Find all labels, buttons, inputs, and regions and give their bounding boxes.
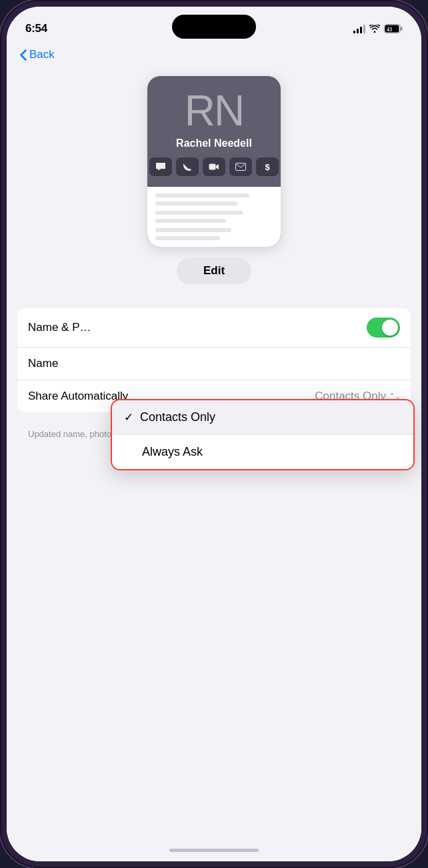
- pay-button[interactable]: $: [256, 157, 279, 176]
- contact-name: Rachel Needell: [176, 137, 252, 149]
- card-line-6: [155, 236, 220, 240]
- card-top: RN Rachel Needell: [147, 76, 281, 187]
- name-label: Name: [28, 357, 58, 370]
- chevron-left-icon: [20, 49, 27, 61]
- card-line-1: [155, 193, 249, 197]
- status-icons: 43: [353, 24, 403, 33]
- dropdown-option-always-ask[interactable]: Always Ask: [112, 435, 413, 469]
- signal-bars-icon: [353, 24, 365, 33]
- share-automatically-row[interactable]: Share Automatically Contacts Only ⌃⌵ ✓ C…: [17, 380, 411, 412]
- home-bar: [169, 849, 259, 852]
- action-buttons-row: $: [149, 157, 279, 176]
- svg-rect-4: [209, 164, 216, 170]
- phone-frame: 6:54: [0, 0, 428, 868]
- message-button[interactable]: [149, 157, 172, 176]
- edit-button[interactable]: Edit: [177, 258, 251, 284]
- name-photo-label: Name & P…: [28, 321, 91, 334]
- video-button[interactable]: [203, 157, 225, 176]
- name-photo-toggle[interactable]: [367, 318, 400, 338]
- name-photo-row: Name & P…: [17, 308, 411, 348]
- card-line-2: [155, 201, 237, 205]
- card-bottom: [147, 187, 281, 247]
- svg-text:43: 43: [387, 27, 392, 33]
- dropdown-option-contacts-only[interactable]: ✓ Contacts Only: [112, 400, 413, 435]
- settings-section: Name & P… Name Share Automatically Conta…: [17, 308, 411, 412]
- contact-initials: RN: [185, 89, 243, 132]
- checkmark-icon: ✓: [124, 410, 133, 424]
- name-row: Name: [17, 348, 411, 380]
- dropdown-popup: ✓ Contacts Only Always Ask: [111, 399, 415, 470]
- card-line-5: [155, 228, 231, 232]
- edit-btn-container: Edit: [177, 258, 251, 284]
- card-line-4: [155, 219, 226, 223]
- contact-card-area: RN Rachel Needell: [7, 69, 421, 308]
- home-indicator: [7, 839, 421, 861]
- dropdown-option-1-label: Contacts Only: [140, 410, 215, 424]
- email-button[interactable]: [229, 157, 252, 176]
- card-line-3: [155, 211, 243, 215]
- call-button[interactable]: [176, 157, 199, 176]
- svg-rect-2: [401, 27, 403, 31]
- back-label: Back: [29, 48, 55, 61]
- status-time: 6:54: [25, 22, 47, 35]
- svg-rect-5: [236, 163, 246, 171]
- nav-bar: Back: [7, 43, 421, 69]
- wifi-icon: [369, 25, 380, 33]
- content: Back RN Rachel Needell: [7, 43, 421, 839]
- screen: 6:54: [7, 7, 421, 861]
- contact-card: RN Rachel Needell: [147, 76, 281, 247]
- back-button[interactable]: Back: [20, 48, 408, 61]
- dropdown-option-2-label: Always Ask: [142, 445, 203, 459]
- status-bar: 6:54: [7, 7, 421, 43]
- dynamic-island: [172, 15, 256, 39]
- battery-icon: 43: [384, 24, 403, 33]
